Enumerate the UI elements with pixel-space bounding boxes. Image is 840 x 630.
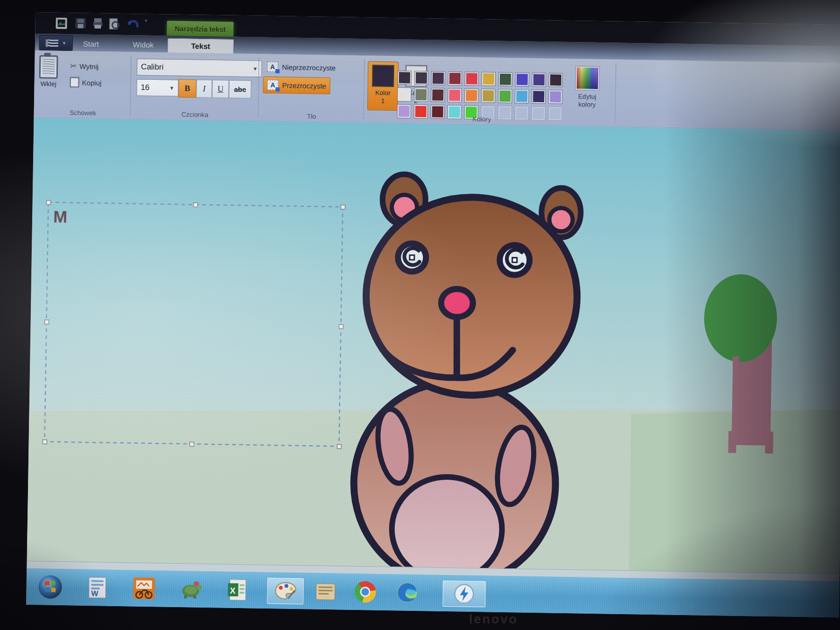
palette-swatch[interactable] xyxy=(515,90,528,103)
opaque-label: Nieprzezroczyste xyxy=(282,63,336,72)
palette-swatch[interactable] xyxy=(414,88,427,101)
palette-swatch[interactable] xyxy=(432,71,445,84)
palette-swatch[interactable] xyxy=(465,89,478,102)
taskbar-power-button-active[interactable] xyxy=(442,581,486,607)
laptop-photo: ▼ Narzędzia tekst ▼ Start Widok Tekst Wk… xyxy=(0,0,840,630)
start-button[interactable] xyxy=(37,574,63,600)
palette-swatch[interactable] xyxy=(448,72,462,85)
palette-swatch[interactable] xyxy=(516,73,529,86)
tab-tekst[interactable]: Tekst xyxy=(168,38,234,54)
clipboard-icon xyxy=(39,55,58,79)
taskbar-drawing-app-icon[interactable] xyxy=(131,575,157,601)
palette-swatch[interactable] xyxy=(398,105,411,118)
palette-swatch-empty[interactable] xyxy=(532,107,545,120)
palette-swatch[interactable] xyxy=(532,73,546,86)
tree-trunk-tab-left xyxy=(733,357,739,367)
font-family-select[interactable]: Calibri ▼ xyxy=(137,58,262,77)
taskbar-notes-folder-icon[interactable] xyxy=(313,578,338,604)
edit-colors-label1: Edytuj xyxy=(578,92,596,101)
palette-swatch-empty[interactable] xyxy=(549,107,562,120)
palette-swatch[interactable] xyxy=(465,72,478,85)
font-family-arrow-icon: ▼ xyxy=(252,66,258,71)
separator xyxy=(615,63,616,123)
palette-swatch[interactable] xyxy=(549,90,562,103)
group-label-tlo: Tło xyxy=(281,112,342,120)
font-size-value: 16 xyxy=(140,83,149,92)
transparent-button[interactable]: A Przezroczyste xyxy=(263,77,330,94)
svg-text:W: W xyxy=(91,589,98,597)
bear-eye-right-dot xyxy=(512,258,517,262)
taskbar-turtle-app-icon[interactable] xyxy=(179,576,204,602)
font-size-arrow-icon: ▼ xyxy=(169,85,174,91)
edit-colors-button[interactable]: Edytuj kolory xyxy=(566,66,609,109)
scissors-icon: ✂ xyxy=(70,61,77,71)
taskbar-word-icon[interactable]: W xyxy=(84,575,110,601)
palette-swatch[interactable] xyxy=(431,88,444,101)
color1-button[interactable]: Kolor 1 xyxy=(367,61,399,111)
save-icon[interactable] xyxy=(74,17,86,29)
palette-swatch[interactable] xyxy=(431,105,444,118)
palette-swatch[interactable] xyxy=(415,71,428,84)
taskbar-excel-icon[interactable]: X xyxy=(224,577,250,603)
separator xyxy=(130,56,132,115)
palette-swatch[interactable] xyxy=(414,105,427,118)
palette-swatch[interactable] xyxy=(549,73,562,86)
strikethrough-button[interactable]: abc xyxy=(229,80,252,99)
palette-swatch[interactable] xyxy=(448,89,461,102)
color1-swatch xyxy=(372,65,394,87)
svg-text:X: X xyxy=(230,586,235,595)
lenovo-logo: lenovo xyxy=(469,612,518,627)
group-label-czcionka: Czcionka xyxy=(164,110,225,119)
file-menu-arrow-icon: ▼ xyxy=(62,41,66,46)
undo-icon[interactable] xyxy=(126,18,140,30)
palette-swatch[interactable] xyxy=(398,88,411,101)
opaque-button[interactable]: A Nieprzezroczyste xyxy=(263,59,340,76)
italic-button[interactable]: I xyxy=(196,79,212,98)
edit-colors-icon xyxy=(576,66,600,90)
tree-root-right xyxy=(765,432,773,454)
taskbar-paint-button-active[interactable] xyxy=(267,578,304,604)
print-preview-icon[interactable] xyxy=(108,17,120,30)
taskbar-edge-icon[interactable] xyxy=(394,580,420,605)
start-orb-icon xyxy=(38,574,63,599)
opaque-a-icon: A xyxy=(267,62,278,72)
qat-dropdown-icon[interactable]: ▼ xyxy=(144,18,148,23)
palette-swatch[interactable] xyxy=(532,90,545,103)
bear-nose xyxy=(441,289,473,317)
file-menu-button[interactable]: ▼ xyxy=(39,35,73,51)
font-size-select[interactable]: 16 ▼ xyxy=(136,79,179,96)
paint-canvas[interactable]: M xyxy=(27,118,840,574)
palette-swatch[interactable] xyxy=(498,90,511,103)
print-icon[interactable] xyxy=(92,17,103,29)
tab-widok[interactable]: Widok xyxy=(126,37,160,52)
color-palette xyxy=(398,71,565,120)
tree-trunk-tab-right xyxy=(765,357,771,367)
group-label-schowek: Schowek xyxy=(53,109,113,117)
palette-swatch[interactable] xyxy=(482,72,495,85)
group-label-kolory: Kolory xyxy=(449,115,514,123)
transparent-a-icon: A xyxy=(267,80,278,90)
copy-icon xyxy=(70,77,79,87)
bear-belly xyxy=(391,476,503,574)
separator xyxy=(363,59,364,119)
underline-button[interactable]: U xyxy=(212,80,229,98)
palette-swatch[interactable] xyxy=(398,71,411,84)
laptop-screen: ▼ Narzędzia tekst ▼ Start Widok Tekst Wk… xyxy=(26,12,840,617)
file-menu-icon xyxy=(45,39,58,47)
font-family-value: Calibri xyxy=(141,63,163,72)
bold-button[interactable]: B xyxy=(178,79,196,98)
lightning-bolt-icon xyxy=(453,582,476,605)
palette-swatch-empty[interactable] xyxy=(515,106,528,119)
typed-text[interactable]: M xyxy=(53,207,68,226)
taskbar-chrome-icon[interactable] xyxy=(352,579,378,605)
tab-start[interactable]: Start xyxy=(77,36,105,51)
paint-logo-icon[interactable] xyxy=(55,17,68,30)
color1-number: 1 xyxy=(381,97,385,105)
palette-swatch[interactable] xyxy=(482,89,495,102)
cut-button[interactable]: ✂ Wytnij xyxy=(70,61,98,71)
cut-label: Wytnij xyxy=(79,62,98,70)
paste-button[interactable]: Wklej xyxy=(39,55,58,88)
edit-colors-label2: kolory xyxy=(578,100,596,109)
copy-button[interactable]: Kopiuj xyxy=(70,77,101,88)
palette-swatch[interactable] xyxy=(499,73,512,86)
